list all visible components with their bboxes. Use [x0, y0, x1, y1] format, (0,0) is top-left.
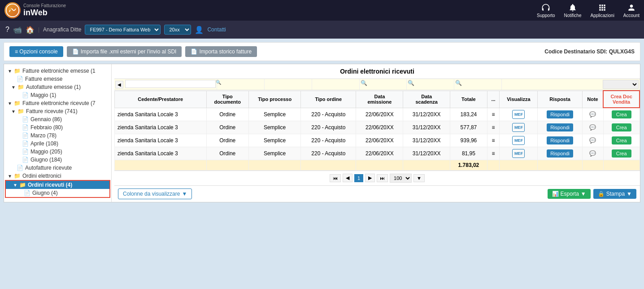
cell-tipo-ord: 220 - Acquisto	[301, 121, 356, 134]
cell-tipo-doc: Ordine	[206, 134, 249, 147]
rispondi-button[interactable]: Rispondi	[547, 110, 573, 118]
sidebar-label: Fatture elettroniche ricevute (7	[22, 100, 96, 106]
folder-icon: 📁	[14, 68, 21, 74]
sidebar-item-maggio-1[interactable]: 📄 Maggio (1)	[4, 91, 111, 99]
cell-note: 💬	[582, 108, 603, 121]
print-icon: 🔒	[598, 191, 605, 197]
col-tipo-ord: Tipo ordine	[301, 91, 356, 108]
first-page-button[interactable]: ⏮	[330, 174, 341, 182]
home-icon[interactable]: 🏠	[26, 26, 35, 34]
esporta-button[interactable]: 📊 Esporta ▼	[548, 189, 591, 199]
cell-data-em: 22/06/20XX	[356, 121, 403, 134]
year-select[interactable]: 20xx	[164, 25, 191, 35]
sidebar-item-maggio-205[interactable]: 📄 Maggio (205)	[4, 148, 111, 156]
crea-button[interactable]: Crea	[612, 149, 631, 158]
rispondi-button[interactable]: Rispondi	[547, 136, 573, 144]
rispondi-button[interactable]: Rispondi	[547, 149, 573, 158]
page-size-toggle[interactable]: ▼	[413, 174, 425, 182]
data-table: Cedente/Prestatore Tipodocumento Tipo pr…	[114, 90, 640, 171]
import-xml-button[interactable]: 📄 Importa file .xml esterni per l'invio …	[67, 46, 182, 57]
crea-button[interactable]: Crea	[612, 123, 631, 131]
cell-cedente: zienda Sanitaria Locale 3	[115, 147, 207, 160]
sidebar-item-ordini-root[interactable]: ▼ 📁 Ordini elettronici	[4, 172, 111, 180]
mef-badge[interactable]: MEF	[512, 110, 525, 119]
cell-risposta[interactable]: Rispondi	[538, 108, 582, 121]
chevron-down-icon: ▼	[182, 191, 187, 197]
sidebar-item-fatture-emesse-root[interactable]: ▼ 📁 Fatture elettroniche emesse (1	[4, 67, 111, 75]
cell-risposta[interactable]: Rispondi	[538, 121, 582, 134]
filter-row: ◀ 🔍 🔍 🔍 🔍	[114, 79, 640, 90]
cell-tipo-proc: Semplice	[249, 134, 301, 147]
collapse-button[interactable]: ◀	[115, 81, 123, 88]
mef-badge[interactable]: MEF	[512, 149, 525, 158]
sidebar-item-aprile[interactable]: 📄 Aprile (108)	[4, 140, 111, 148]
sidebar-item-fatture-ricevute-root[interactable]: ▼ 📁 Fatture elettroniche ricevute (7	[4, 99, 111, 107]
cell-crea[interactable]: Crea	[603, 134, 640, 147]
anagrafica-label: Anagrafica Ditte	[43, 26, 81, 33]
stampa-button[interactable]: 🔒 Stampa ▼	[593, 189, 636, 199]
cell-crea[interactable]: Crea	[603, 147, 640, 160]
company-select[interactable]: FE997 - Demo Fattura Web	[85, 25, 161, 35]
cell-crea[interactable]: Crea	[603, 108, 640, 121]
contatti-link[interactable]: Contatti	[207, 26, 226, 33]
col-note: Note	[582, 91, 603, 108]
codice-dest-area: Codice Destinatario SDI: QULXG4S	[544, 48, 635, 55]
col-cedente: Cedente/Prestatore	[115, 91, 207, 108]
folder-icon: 📁	[19, 182, 26, 188]
cell-visualizza[interactable]: MEF	[500, 147, 538, 160]
file-icon: 📄	[72, 48, 79, 55]
account-nav-item[interactable]: Account	[623, 3, 640, 18]
crea-button[interactable]: Crea	[612, 110, 631, 118]
applicazioni-nav-item[interactable]: Applicazioni	[590, 3, 614, 18]
filter-cedente-input[interactable]	[125, 80, 216, 88]
cell-visualizza[interactable]: MEF	[500, 108, 538, 121]
table-row: zienda Sanitaria Locale 3OrdineSemplice2…	[115, 108, 640, 121]
sidebar-item-gennaio[interactable]: 📄 Gennaio (86)	[4, 115, 111, 123]
rispondi-button[interactable]: Rispondi	[547, 123, 573, 131]
mef-badge[interactable]: MEF	[512, 136, 525, 145]
crea-button[interactable]: Crea	[612, 136, 631, 144]
cell-risposta[interactable]: Rispondi	[538, 147, 582, 160]
help-icon[interactable]: ?	[5, 26, 9, 34]
table-scroll: Cedente/Prestatore Tipodocumento Tipo pr…	[114, 90, 640, 171]
sidebar-item-fatture-emesse[interactable]: 📄 Fatture emesse	[4, 75, 111, 83]
camera-icon[interactable]: 📹	[13, 26, 22, 34]
sidebar-item-marzo[interactable]: 📄 Marzo (78)	[4, 131, 111, 140]
cell-data-sc: 31/12/20XX	[403, 134, 450, 147]
console-options-button[interactable]: ≡ Opzioni console	[9, 46, 63, 57]
file-icon: 📄	[22, 140, 29, 147]
cell-visualizza[interactable]: MEF	[500, 121, 538, 134]
filter-data-em-cell: 🔍	[360, 79, 407, 90]
cell-data-sc: 31/12/20XX	[403, 147, 450, 160]
sidebar-item-autofatture-ricevute[interactable]: 📄 Autofatture ricevute	[4, 164, 111, 172]
sidebar-item-febbraio[interactable]: 📄 Febbraio (80)	[4, 123, 111, 131]
cell-tipo-proc: Semplice	[249, 121, 301, 134]
last-page-button[interactable]: ⏭	[377, 174, 388, 182]
notifiche-nav-item[interactable]: Notifiche	[564, 3, 582, 18]
supporto-nav-item[interactable]: Supporto	[537, 3, 555, 18]
page-1-button[interactable]: 1	[354, 174, 363, 182]
sidebar-item-giugno-4[interactable]: 📄 Giugno (4)	[6, 189, 109, 197]
sidebar-item-giugno-184[interactable]: 📄 Giugno (184)	[4, 156, 111, 164]
cell-risposta[interactable]: Rispondi	[538, 134, 582, 147]
cell-crea[interactable]: Crea	[603, 121, 640, 134]
table-row: zienda Sanitaria Locale 3OrdineSemplice2…	[115, 134, 640, 147]
columns-button[interactable]: Colonne da visualizzare ▼	[118, 188, 192, 199]
sidebar-item-autofatture-emesse[interactable]: ▼ 📁 Autofatture emesse (1)	[4, 83, 111, 91]
import-storico-button[interactable]: 📄 Importa storico fatture	[185, 46, 257, 57]
prev-page-button[interactable]: ◀	[343, 174, 352, 182]
file-icon: 📄	[22, 157, 29, 163]
file-icon: 📄	[24, 190, 30, 196]
sidebar-item-fatture-ricevute[interactable]: ▼ 📁 Fatture ricevute (741)	[4, 107, 111, 115]
next-page-button[interactable]: ▶	[365, 174, 375, 182]
mef-badge[interactable]: MEF	[512, 123, 525, 132]
cell-visualizza[interactable]: MEF	[500, 134, 538, 147]
page-size-select[interactable]: 100 50 25	[390, 174, 412, 183]
expand-icon: ▼	[8, 69, 12, 74]
sidebar: ▼ 📁 Fatture elettroniche emesse (1 📄 Fat…	[4, 64, 112, 202]
filter-dropdown[interactable]	[603, 80, 639, 89]
col-visualizza: Visualizza	[500, 91, 538, 108]
sidebar-item-ordini-ricevuti[interactable]: ▼ 📁 Ordini ricevuti (4)	[6, 181, 109, 189]
cell-note: 💬	[582, 134, 603, 147]
col-data-sc: Datascadenza	[403, 91, 450, 108]
